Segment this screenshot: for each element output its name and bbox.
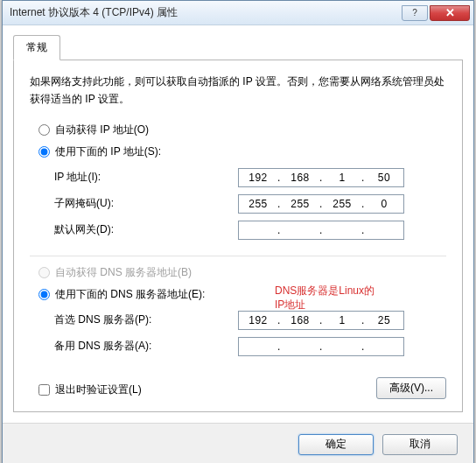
dialog-window: Internet 协议版本 4 (TCP/IPv4) 属性 ? ✕ 常规 如果网…: [2, 0, 474, 463]
dialog-button-bar: 确定 取消: [3, 423, 473, 463]
tab-general[interactable]: 常规: [13, 35, 60, 60]
window-title: Internet 协议版本 4 (TCP/IPv4) 属性: [10, 5, 402, 20]
ip-seg: 255: [326, 198, 359, 210]
titlebar: Internet 协议版本 4 (TCP/IPv4) 属性 ? ✕: [3, 1, 473, 25]
radio-dns-manual-label: 使用下面的 DNS 服务器地址(E):: [55, 287, 205, 302]
subnet-mask-row: 子网掩码(U): 255. 255. 255. 0: [54, 191, 446, 217]
window-buttons: ? ✕: [402, 5, 470, 21]
ip-seg: 255: [242, 198, 275, 210]
ip-seg: 255: [284, 198, 317, 210]
radio-ip-auto-label: 自动获得 IP 地址(O): [55, 123, 149, 137]
radio-ip-auto[interactable]: [38, 124, 50, 136]
ok-button[interactable]: 确定: [298, 434, 374, 455]
radio-dns-auto: [38, 267, 50, 278]
radio-ip-manual-label: 使用下面的 IP 地址(S):: [55, 144, 161, 159]
ip-seg: 1: [326, 172, 359, 184]
subnet-mask-label: 子网掩码(U):: [54, 196, 238, 211]
ip-address-row: IP 地址(I): 192. 168. 1. 50: [54, 165, 446, 191]
primary-dns-row: 首选 DNS 服务器(P): 192. 168. 1. 25: [54, 307, 446, 333]
radio-ip-manual-row[interactable]: 使用下面的 IP 地址(S):: [30, 141, 446, 163]
alt-dns-row: 备用 DNS 服务器(A): . . .: [54, 333, 446, 360]
ip-seg: 192: [242, 314, 275, 326]
dns-fields: 首选 DNS 服务器(P): 192. 168. 1. 25 备用 DNS 服务…: [30, 305, 446, 368]
advanced-button[interactable]: 高级(V)...: [376, 377, 446, 399]
gateway-row: 默认网关(D): . . .: [54, 217, 446, 243]
gateway-input[interactable]: . . .: [238, 221, 404, 240]
ip-seg: 25: [368, 314, 401, 326]
subnet-mask-input[interactable]: 255. 255. 255. 0: [238, 194, 404, 214]
help-button[interactable]: ?: [402, 5, 428, 21]
radio-dns-auto-label: 自动获得 DNS 服务器地址(B): [55, 265, 192, 280]
alt-dns-input[interactable]: . . .: [238, 337, 404, 356]
validate-checkbox[interactable]: [38, 384, 50, 396]
radio-ip-auto-row[interactable]: 自动获得 IP 地址(O): [30, 119, 446, 141]
cancel-button[interactable]: 取消: [382, 434, 458, 455]
tab-strip: 常规: [13, 35, 463, 60]
ip-seg: 168: [284, 314, 317, 326]
ip-seg: 192: [242, 172, 275, 184]
ip-address-input[interactable]: 192. 168. 1. 50: [238, 168, 404, 187]
tab-body: 如果网络支持此功能，则可以获取自动指派的 IP 设置。否则，您需要从网络系统管理…: [13, 60, 463, 412]
primary-dns-input[interactable]: 192. 168. 1. 25: [238, 311, 404, 330]
alt-dns-label: 备用 DNS 服务器(A):: [54, 339, 238, 354]
radio-dns-auto-row: 自动获得 DNS 服务器地址(B): [30, 262, 446, 284]
gateway-label: 默认网关(D):: [54, 222, 238, 237]
ip-seg: 50: [368, 172, 401, 184]
ip-seg: 1: [326, 314, 359, 326]
bottom-row: 退出时验证设置(L) 高级(V)...: [30, 377, 446, 399]
ip-address-label: IP 地址(I):: [54, 170, 238, 185]
content-area: 常规 如果网络支持此功能，则可以获取自动指派的 IP 设置。否则，您需要从网络系…: [3, 25, 473, 423]
separator: [30, 256, 446, 256]
validate-checkbox-label: 退出时验证设置(L): [55, 382, 142, 397]
validate-checkbox-row[interactable]: 退出时验证设置(L): [30, 379, 142, 397]
description-text: 如果网络支持此功能，则可以获取自动指派的 IP 设置。否则，您需要从网络系统管理…: [30, 73, 446, 109]
close-button[interactable]: ✕: [430, 5, 470, 21]
ip-fields: IP 地址(I): 192. 168. 1. 50 子网掩码(U): 255. …: [30, 163, 446, 252]
primary-dns-label: 首选 DNS 服务器(P):: [54, 312, 238, 327]
ip-seg: 168: [284, 172, 317, 184]
radio-ip-manual[interactable]: [38, 146, 50, 158]
radio-dns-manual[interactable]: [38, 289, 50, 300]
ip-seg: 0: [368, 198, 401, 210]
radio-dns-manual-row[interactable]: 使用下面的 DNS 服务器地址(E):: [30, 284, 446, 305]
